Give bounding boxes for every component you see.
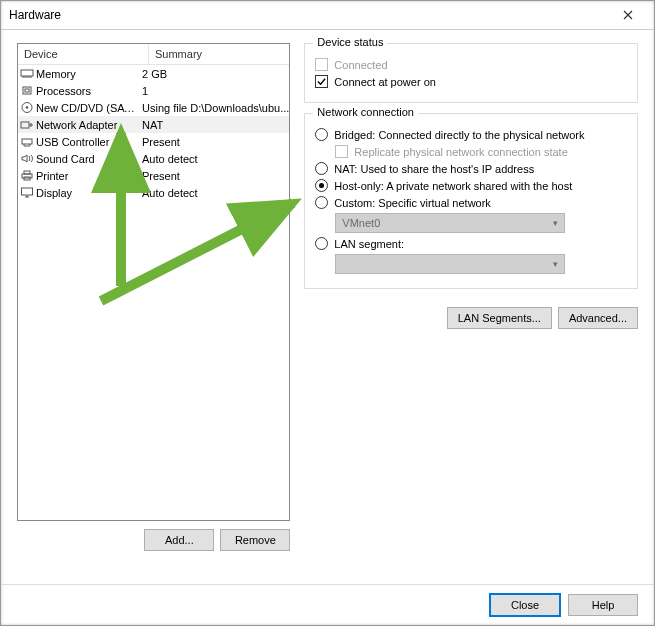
- device-list[interactable]: Device Summary Memory2 GBProcessors1New …: [17, 43, 290, 521]
- connected-checkbox: [315, 58, 328, 71]
- custom-label: Custom: Specific virtual network: [334, 197, 491, 209]
- device-name: Processors: [36, 85, 136, 97]
- connect-at-power-on-label: Connect at power on: [334, 76, 436, 88]
- replicate-label: Replicate physical network connection st…: [354, 146, 567, 158]
- nat-label: NAT: Used to share the host's IP address: [334, 163, 534, 175]
- bridged-radio[interactable]: [315, 128, 328, 141]
- usb-icon: [18, 135, 36, 148]
- svg-rect-6: [22, 139, 32, 144]
- custom-radio[interactable]: [315, 196, 328, 209]
- dialog-footer: Close Help: [1, 584, 654, 625]
- replicate-checkbox-row: Replicate physical network connection st…: [335, 145, 627, 158]
- device-row-sound-card[interactable]: Sound CardAuto detect: [18, 150, 289, 167]
- device-summary: Auto detect: [136, 153, 289, 165]
- network-connection-legend: Network connection: [313, 106, 418, 118]
- nat-radio-row[interactable]: NAT: Used to share the host's IP address: [315, 162, 627, 175]
- network-connection-group: Network connection Bridged: Connected di…: [304, 113, 638, 289]
- chevron-down-icon: ▾: [553, 218, 558, 228]
- device-summary: Present: [136, 136, 289, 148]
- device-row-usb-controller[interactable]: USB ControllerPresent: [18, 133, 289, 150]
- window-close-button[interactable]: [610, 4, 646, 26]
- bridged-label: Bridged: Connected directly to the physi…: [334, 129, 584, 141]
- device-name: Display: [36, 187, 136, 199]
- device-summary: NAT: [136, 119, 289, 131]
- connect-at-power-on-checkbox[interactable]: [315, 75, 328, 88]
- svg-rect-2: [25, 89, 29, 92]
- device-name: Network Adapter: [36, 119, 136, 131]
- device-row-new-cd-dvd-sata-[interactable]: New CD/DVD (SATA)Using file D:\Downloads…: [18, 99, 289, 116]
- display-icon: [18, 186, 36, 199]
- svg-rect-10: [22, 188, 33, 195]
- device-name: USB Controller: [36, 136, 136, 148]
- device-row-display[interactable]: DisplayAuto detect: [18, 184, 289, 201]
- lan-segment-radio-row[interactable]: LAN segment:: [315, 237, 627, 250]
- svg-rect-5: [21, 122, 29, 128]
- host-only-radio[interactable]: [315, 179, 328, 192]
- host-only-label: Host-only: A private network shared with…: [334, 180, 572, 192]
- device-name: Memory: [36, 68, 136, 80]
- column-device[interactable]: Device: [18, 44, 149, 64]
- replicate-checkbox: [335, 145, 348, 158]
- device-name: New CD/DVD (SATA): [36, 102, 136, 114]
- nat-radio[interactable]: [315, 162, 328, 175]
- device-summary: 1: [136, 85, 289, 97]
- device-row-processors[interactable]: Processors1: [18, 82, 289, 99]
- device-summary: Present: [136, 170, 289, 182]
- custom-network-combo: VMnet0 ▾: [335, 213, 565, 233]
- remove-button[interactable]: Remove: [220, 529, 290, 551]
- close-button[interactable]: Close: [490, 594, 560, 616]
- title-bar: Hardware: [1, 1, 654, 30]
- custom-radio-row[interactable]: Custom: Specific virtual network: [315, 196, 627, 209]
- svg-rect-8: [24, 171, 30, 174]
- connected-label: Connected: [334, 59, 387, 71]
- host-only-radio-row[interactable]: Host-only: A private network shared with…: [315, 179, 627, 192]
- device-summary: Using file D:\Downloads\ubu...: [136, 102, 289, 114]
- printer-icon: [18, 169, 36, 182]
- lan-segments-button[interactable]: LAN Segments...: [447, 307, 552, 329]
- device-status-group: Device status Connected Connect at power…: [304, 43, 638, 103]
- svg-point-4: [26, 106, 29, 109]
- hardware-dialog: Hardware Device Summary Memory2 GBProces…: [0, 0, 655, 626]
- connected-checkbox-row: Connected: [315, 58, 627, 71]
- device-name: Sound Card: [36, 153, 136, 165]
- device-row-network-adapter[interactable]: Network AdapterNAT: [18, 116, 289, 133]
- lan-segment-combo: ▾: [335, 254, 565, 274]
- close-icon: [623, 10, 633, 20]
- device-row-memory[interactable]: Memory2 GB: [18, 65, 289, 82]
- advanced-button[interactable]: Advanced...: [558, 307, 638, 329]
- column-summary[interactable]: Summary: [149, 44, 289, 64]
- device-name: Printer: [36, 170, 136, 182]
- cpu-icon: [18, 84, 36, 97]
- chevron-down-icon: ▾: [553, 259, 558, 269]
- nic-icon: [18, 118, 36, 131]
- device-summary: Auto detect: [136, 187, 289, 199]
- connect-at-power-on-row[interactable]: Connect at power on: [315, 75, 627, 88]
- help-button[interactable]: Help: [568, 594, 638, 616]
- device-list-header: Device Summary: [18, 44, 289, 65]
- svg-rect-0: [21, 70, 33, 76]
- disc-icon: [18, 101, 36, 114]
- add-button[interactable]: Add...: [144, 529, 214, 551]
- device-summary: 2 GB: [136, 68, 289, 80]
- device-status-legend: Device status: [313, 36, 387, 48]
- bridged-radio-row[interactable]: Bridged: Connected directly to the physi…: [315, 128, 627, 141]
- memory-icon: [18, 67, 36, 80]
- device-row-printer[interactable]: PrinterPresent: [18, 167, 289, 184]
- svg-rect-1: [23, 87, 31, 94]
- sound-icon: [18, 152, 36, 165]
- lan-segment-label: LAN segment:: [334, 238, 404, 250]
- window-title: Hardware: [9, 1, 61, 29]
- custom-network-value: VMnet0: [342, 217, 380, 229]
- lan-segment-radio[interactable]: [315, 237, 328, 250]
